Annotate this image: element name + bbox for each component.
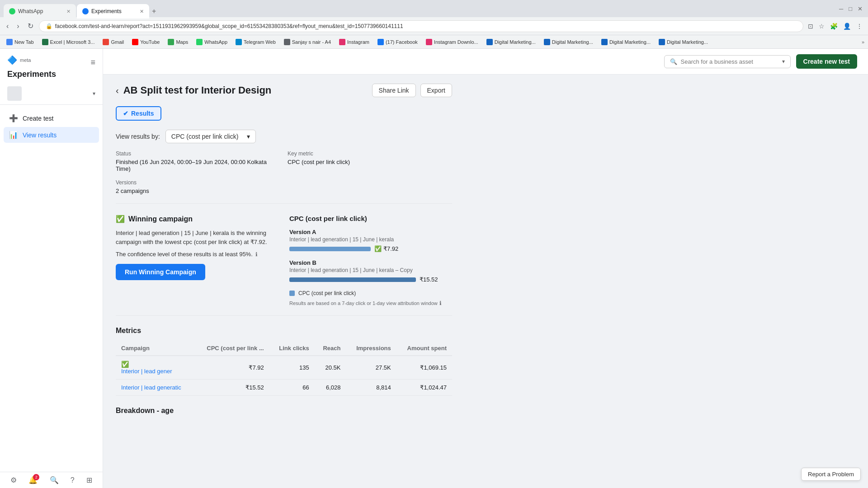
bookmark-favicon-youtube xyxy=(132,39,138,45)
version-a-row: Version A Interior | lead generation | 1… xyxy=(289,229,452,252)
forward-browser-button[interactable]: › xyxy=(14,20,22,32)
bookmark-excel[interactable]: Excel | Microsoft 3... xyxy=(39,38,98,46)
sidebar-item-view-results[interactable]: 📊 View results xyxy=(4,127,99,143)
reach-cell-1: 20.5K xyxy=(315,356,346,380)
create-test-icon: ➕ xyxy=(9,114,18,122)
bookmark-favicon-gmail xyxy=(103,39,109,45)
campaign-link-1[interactable]: Interior | lead gener xyxy=(121,368,189,375)
col-impressions: Impressions xyxy=(346,341,396,356)
tab-experiments[interactable]: Experiments ✕ xyxy=(77,4,149,19)
bookmark-icon[interactable]: ☆ xyxy=(817,21,826,32)
back-button[interactable]: ‹ xyxy=(116,85,119,96)
view-results-by-label: View results by: xyxy=(116,133,160,140)
search-dropdown-icon[interactable]: ▾ xyxy=(782,58,785,65)
url-bar[interactable]: 🔒 facebook.com/test-and-learn/report?act… xyxy=(39,20,803,32)
attribution-info-icon[interactable]: ℹ xyxy=(439,300,442,306)
settings-button[interactable]: ⚙ xyxy=(10,476,17,484)
tab-experiments-close[interactable]: ✕ xyxy=(140,9,144,14)
extensions-icon[interactable]: 🧩 xyxy=(828,21,840,32)
bookmarks-more-icon[interactable]: » xyxy=(862,39,864,45)
bookmark-dm2[interactable]: Digital Marketing... xyxy=(541,38,596,46)
bookmark-maps[interactable]: Maps xyxy=(165,38,191,46)
version-b-sublabel: Interior | lead generation | 15 | June |… xyxy=(289,267,452,273)
search-footer-button[interactable]: 🔍 xyxy=(50,476,59,484)
search-business-input-container[interactable]: 🔍 ▾ xyxy=(664,55,791,68)
version-a-label: Version A xyxy=(289,229,452,235)
cast-icon[interactable]: ⊡ xyxy=(806,21,815,32)
meta-icon: 🔷 xyxy=(7,55,17,65)
version-b-row: Version B Interior | lead generation | 1… xyxy=(289,259,452,283)
winning-title: ✅ Winning campaign xyxy=(116,215,278,223)
sidebar-menu-button[interactable]: ≡ xyxy=(90,58,95,67)
share-link-button[interactable]: Share Link xyxy=(372,84,416,97)
bookmark-telegram[interactable]: Telegram Web xyxy=(233,38,278,46)
bookmark-favicon-dm2 xyxy=(544,39,550,45)
campaign-link-2[interactable]: Interior | lead generatic xyxy=(121,384,189,391)
cpc-cell-1: ₹7.92 xyxy=(194,356,269,380)
bookmark-favicon-dm4 xyxy=(659,39,665,45)
results-tab[interactable]: ✔ Results xyxy=(116,106,161,121)
report-problem-button[interactable]: Report a Problem xyxy=(801,468,861,481)
bookmark-label: Instagram xyxy=(347,39,369,45)
browser-max-icon[interactable]: □ xyxy=(847,5,854,12)
bookmark-dm4[interactable]: Digital Marketing... xyxy=(656,38,711,46)
meta-label: meta xyxy=(20,57,31,63)
attribution-text: Results are based on a 7-day click or 1-… xyxy=(289,300,452,306)
metrics-section: Metrics Campaign CPC (cost per link ... … xyxy=(116,327,452,396)
bookmark-label: Maps xyxy=(176,39,188,45)
bookmark-facebook[interactable]: (17) Facebook xyxy=(375,38,420,46)
experiment-header: ‹ AB Split test for Interior Design Shar… xyxy=(116,84,452,97)
lock-icon: 🔒 xyxy=(46,23,52,29)
browser-close-icon[interactable]: ✕ xyxy=(856,5,864,12)
profile-icon[interactable]: 👤 xyxy=(841,21,853,32)
experiment-content: ‹ AB Split test for Interior Design Shar… xyxy=(103,75,465,430)
search-business-input[interactable] xyxy=(681,58,778,65)
view-results-icon: 📊 xyxy=(9,131,18,139)
bookmark-youtube[interactable]: YouTube xyxy=(129,38,162,46)
bookmark-label: Sanjay s nair - A4 xyxy=(292,39,331,45)
bookmark-favicon-facebook xyxy=(377,39,384,45)
winning-check-icon: ✅ xyxy=(116,215,125,223)
notification-badge: 2 xyxy=(33,474,39,480)
bookmark-new-tab[interactable]: New Tab xyxy=(4,38,37,46)
sidebar-item-label: Create test xyxy=(23,115,53,122)
bookmark-label: Excel | Microsoft 3... xyxy=(50,39,95,45)
header-actions: Share Link Export xyxy=(372,84,452,97)
bookmark-gmail[interactable]: Gmail xyxy=(100,38,127,46)
tab-whatsapp-close[interactable]: ✕ xyxy=(66,9,71,14)
col-link-clicks: Link clicks xyxy=(269,341,315,356)
sidebar-item-create-test[interactable]: ➕ Create test xyxy=(4,110,99,126)
col-amount-spent: Amount spent xyxy=(396,341,452,356)
refresh-button[interactable]: ↻ xyxy=(25,20,36,32)
winning-left: ✅ Winning campaign Interior | lead gener… xyxy=(116,215,278,306)
results-check-icon: ✔ xyxy=(123,110,128,117)
more-icon[interactable]: ⋮ xyxy=(854,21,864,32)
bookmark-instagram[interactable]: Instagram xyxy=(336,38,372,46)
search-icon: 🔍 xyxy=(670,58,677,65)
winning-section: ✅ Winning campaign Interior | lead gener… xyxy=(116,215,452,316)
bookmark-sanjay[interactable]: Sanjay s nair - A4 xyxy=(281,38,334,46)
browser-min-icon[interactable]: ─ xyxy=(837,5,845,12)
col-campaign: Campaign xyxy=(116,341,194,356)
tab-whatsapp[interactable]: WhatsApp ✕ xyxy=(4,4,76,19)
winning-description: Interior | lead generation | 15 | June |… xyxy=(116,229,278,246)
confidence-info-icon[interactable]: ℹ xyxy=(255,251,258,258)
impressions-cell-2: 8,814 xyxy=(346,380,396,396)
bookmarks-bar: New Tab Excel | Microsoft 3... Gmail You… xyxy=(0,35,868,49)
bookmark-dm3[interactable]: Digital Marketing... xyxy=(599,38,653,46)
notifications-button[interactable]: 🔔 2 xyxy=(28,476,38,484)
back-browser-button[interactable]: ‹ xyxy=(4,20,11,32)
help-button[interactable]: ? xyxy=(71,476,75,484)
view-results-select[interactable]: CPC (cost per link click) ▾ xyxy=(165,130,256,143)
bookmark-insta-dl[interactable]: Instagram Downlo... xyxy=(423,38,481,46)
export-button[interactable]: Export xyxy=(420,84,452,97)
bookmark-dm1[interactable]: Digital Marketing... xyxy=(484,38,538,46)
grid-button[interactable]: ⊞ xyxy=(86,476,92,484)
sidebar-account[interactable]: ▾ xyxy=(0,83,103,105)
bookmark-whatsapp[interactable]: WhatsApp xyxy=(193,38,230,46)
create-new-test-button[interactable]: Create new test xyxy=(796,54,857,69)
bookmark-label: Digital Marketing... xyxy=(667,39,708,45)
run-winning-campaign-button[interactable]: Run Winning Campaign xyxy=(116,264,205,280)
bookmark-favicon-maps xyxy=(168,39,174,45)
new-tab-button[interactable]: + xyxy=(150,5,158,17)
